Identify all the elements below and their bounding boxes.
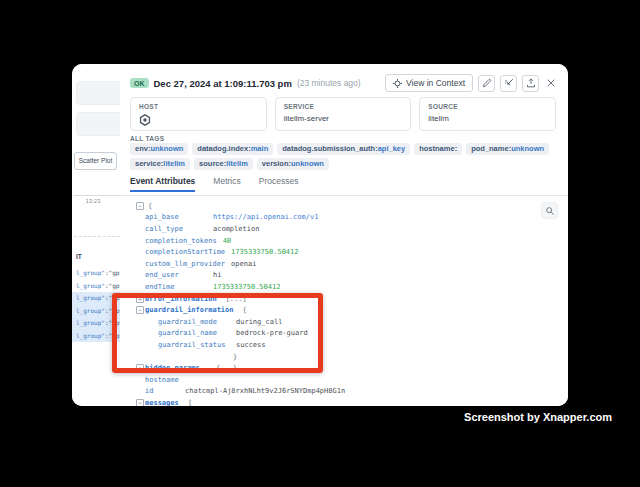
attribute-value: chatcmpl-Aj8rxhNLht9v2J6rSNYDmp4pH8G1n: [185, 387, 345, 395]
tab[interactable]: Event Attributes: [130, 176, 195, 192]
summary-card-label: SOURCE: [428, 103, 547, 110]
tab[interactable]: Processes: [259, 176, 299, 192]
workflow-icon: [504, 78, 514, 88]
watermark: Screenshot by Xnapper.com: [464, 411, 612, 423]
attribute-punct: {: [148, 202, 152, 210]
attribute-key: completionStartTime: [145, 248, 225, 256]
view-in-context-button[interactable]: View in Context: [385, 74, 473, 92]
summary-card-value: litellm-server: [284, 114, 403, 123]
tag-value: unknown: [291, 159, 324, 168]
attribute-key: end_user: [145, 271, 207, 279]
summary-card-value: litellm: [428, 114, 547, 123]
tag-key: pod_name: [471, 144, 509, 153]
screenshot-background: Scatter Plot 13:23 IT l_group":"gpt-4o l…: [0, 0, 640, 487]
relative-time: (23 minutes ago): [297, 78, 361, 88]
summary-card-label: SERVICE: [284, 103, 403, 110]
export-icon: [526, 78, 536, 88]
tag-value: main: [251, 144, 269, 153]
attribute-key: custom_llm_provider: [145, 260, 225, 268]
background-panel: [76, 112, 121, 136]
tag-colon: :: [455, 144, 458, 153]
attribute-row: messages [: [128, 397, 542, 406]
attribute-row: id chatcmpl-Aj8rxhNLht9v2J6rSNYDmp4pH8G1…: [128, 386, 542, 398]
row-key: l_group": [76, 269, 105, 276]
row-key: l_group": [76, 332, 105, 339]
row-key: l_group": [76, 307, 105, 314]
host-hexagon-icon: [139, 112, 258, 130]
tag-value: litellm: [163, 159, 185, 168]
attribute-row: {: [128, 200, 542, 212]
tag-pill[interactable]: version:unknown: [257, 158, 329, 170]
attribute-value: 1735333750.50412: [213, 283, 280, 291]
tab-label: Event Attributes: [130, 176, 195, 186]
column-header: IT: [76, 253, 82, 260]
summary-cards: HOST SERVICE: [130, 97, 556, 131]
tag-key: datadog.index: [197, 144, 248, 153]
annotation-red-box: [112, 293, 323, 373]
attribute-value: openai: [231, 260, 256, 268]
attribute-value: https://api.openai.com/v1: [213, 213, 318, 221]
row-value: :"gpt-4o: [105, 269, 120, 276]
attribute-value: 1735333750.50412: [231, 248, 298, 256]
axis-tick-label: 13:23: [72, 198, 114, 204]
tag-pill[interactable]: service:litellm: [130, 158, 190, 170]
attribute-row: completion_tokens 40: [128, 235, 542, 247]
chart-axis-line: [74, 195, 120, 196]
attribute-value: 40: [223, 237, 231, 245]
result-row[interactable]: l_group":"gpt-4o: [72, 280, 120, 293]
search-icon: [545, 206, 555, 216]
search-attributes-button[interactable]: [541, 202, 558, 219]
tag-value: unknown: [511, 144, 544, 153]
tag-list: env:unknown datadog.index:main datadog.s…: [130, 143, 552, 170]
summary-card: SERVICE litellm-server: [275, 97, 412, 131]
attribute-key: id: [145, 387, 179, 395]
attribute-row: completionStartTime 1735333750.50412: [128, 246, 542, 258]
event-header: OK Dec 27, 2024 at 1:09:11.703 pm (23 mi…: [130, 73, 558, 93]
close-icon: [546, 78, 556, 88]
result-row[interactable]: l_group":"gpt-4o: [72, 267, 120, 280]
summary-card: HOST: [130, 97, 267, 131]
row-key: l_group": [76, 294, 105, 301]
attribute-punct: [: [188, 399, 192, 406]
tag-pill[interactable]: env:unknown: [130, 143, 188, 155]
edit-button[interactable]: [478, 75, 495, 92]
summary-card: SOURCE litellm: [419, 97, 556, 131]
row-key: l_group": [76, 282, 105, 289]
tag-key: datadog.submission_auth: [282, 144, 375, 153]
dashed-divider: [74, 236, 120, 237]
tag-pill[interactable]: datadog.submission_auth:api_key: [277, 143, 410, 155]
tag-pill[interactable]: datadog.index:main: [192, 143, 273, 155]
tab[interactable]: Metrics: [213, 176, 240, 192]
tag-pill[interactable]: hostname:: [414, 143, 462, 155]
attribute-key: endTime: [145, 283, 207, 291]
tag-key: env: [135, 144, 148, 153]
scatter-plot-button[interactable]: Scatter Plot: [74, 152, 117, 170]
pencil-icon: [482, 78, 492, 88]
status-badge: OK: [130, 78, 149, 88]
expander-icon[interactable]: [136, 399, 145, 406]
close-button[interactable]: [544, 75, 558, 92]
tag-key: source: [199, 159, 224, 168]
tag-pill[interactable]: pod_name:unknown: [466, 143, 549, 155]
summary-card-label: HOST: [139, 103, 258, 110]
attribute-row: endTime 1735333750.50412: [128, 281, 542, 293]
attribute-value: hi: [213, 271, 221, 279]
tag-pill[interactable]: source:litellm: [194, 158, 253, 170]
attribute-key: api_base: [145, 213, 207, 221]
export-button[interactable]: [522, 75, 539, 92]
tag-key: hostname: [419, 144, 454, 153]
tag-value: api_key: [378, 144, 406, 153]
crosshair-icon: [393, 79, 402, 88]
expander-icon[interactable]: [136, 202, 145, 210]
attribute-value: acompletion: [213, 225, 259, 233]
all-tags-label: ALL TAGS: [130, 135, 164, 142]
attribute-key: messages: [145, 399, 179, 406]
tab-bar: Event Attributes Metrics Processes: [130, 176, 298, 192]
attribute-key: completion_tokens: [145, 237, 217, 245]
row-value: :"gpt-4o: [105, 282, 120, 289]
attribute-row: api_base https://api.openai.com/v1: [128, 212, 542, 224]
view-in-context-label: View in Context: [406, 78, 465, 88]
workflow-button[interactable]: [500, 75, 517, 92]
background-panel: [76, 81, 121, 105]
attribute-row: custom_llm_provider openai: [128, 258, 542, 270]
